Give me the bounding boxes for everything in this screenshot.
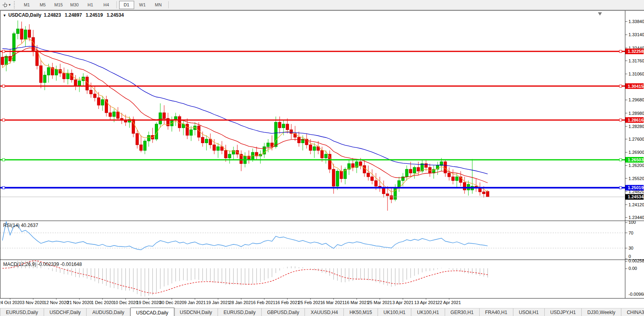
cursor-tool-button[interactable]: ▾ — [1, 1, 12, 9]
svg-text:100: 100 — [629, 220, 636, 225]
svg-text:6 Feb 2021: 6 Feb 2021 — [253, 300, 276, 305]
svg-text:1.26900: 1.26900 — [629, 150, 644, 155]
main-chart-surface[interactable] — [0, 10, 625, 221]
svg-text:16 Mar 2021: 16 Mar 2021 — [345, 300, 369, 305]
svg-text:1.28616: 1.28616 — [628, 118, 644, 122]
symbol-tab-usoil-h1[interactable]: USOil,H1 — [513, 308, 545, 316]
svg-text:25 Feb 2021: 25 Feb 2021 — [298, 300, 323, 305]
svg-text:30: 30 — [629, 246, 633, 250]
timeframe-button-d1[interactable]: D1 — [119, 1, 134, 9]
toolbar: ▾ M1M5M15M30H1H4D1W1MN — [0, 0, 644, 10]
symbol-tab-fra40-h1[interactable]: FRA40,H1 — [480, 308, 513, 316]
rsi-chart-surface[interactable] — [0, 221, 625, 260]
svg-text:70: 70 — [629, 231, 633, 235]
svg-text:21 Nov 2020: 21 Nov 2020 — [67, 300, 92, 305]
timeframe-button-group: M1M5M15M30H1H4D1W1MN — [19, 1, 171, 9]
rsi-indicator-label: RSI(14) 40.2637 — [3, 223, 38, 228]
svg-text:1.24534: 1.24534 — [628, 194, 644, 199]
price-level-label: 1.32258 — [625, 48, 644, 54]
symbol-tab-bar: EURUSD,DailyUSDCHF,DailyAUDUSD,DailyUSDC… — [0, 308, 644, 316]
chevron-down-icon[interactable]: ▾ — [9, 3, 11, 7]
svg-text:1.31060: 1.31060 — [629, 72, 644, 76]
timeframe-button-m15[interactable]: M15 — [51, 1, 66, 9]
ohlc-close: 1.24534 — [106, 12, 123, 18]
toolbar-separator — [116, 1, 117, 8]
timeframe-button-m30[interactable]: M30 — [67, 1, 82, 9]
symbol-tab-eurusd-daily[interactable]: EURUSD,Daily — [218, 308, 262, 316]
svg-text:1.29680: 1.29680 — [629, 97, 644, 102]
svg-text:16 Feb 2021: 16 Feb 2021 — [275, 300, 300, 305]
mt4-workspace: ▾ M1M5M15M30H1H4D1W1MN ▼USDCAD,Daily1.24… — [0, 0, 644, 316]
timeframe-button-h4[interactable]: H4 — [99, 1, 114, 9]
timeframe-button-mn[interactable]: MN — [151, 1, 166, 9]
symbol-tab-gbpusd-daily[interactable]: GBPUSD,Daily — [262, 308, 305, 316]
svg-text:1.25019: 1.25019 — [628, 185, 644, 190]
ohlc-open: 1.24823 — [44, 12, 61, 18]
macd-indicator-label: MACD(12,26,9) -0.002339 -0.001648 — [3, 262, 82, 267]
svg-text:6 Mar 2021: 6 Mar 2021 — [322, 300, 345, 305]
svg-text:3 Nov 2020: 3 Nov 2020 — [22, 300, 44, 305]
svg-text:1.28980: 1.28980 — [629, 111, 644, 116]
symbol-tab-uk100-h1[interactable]: UK100,H1 — [411, 308, 445, 316]
svg-text:1.31760: 1.31760 — [629, 58, 644, 63]
svg-text:25 Mar 2021: 25 Mar 2021 — [368, 300, 392, 305]
svg-text:1 Dec 2020: 1 Dec 2020 — [91, 300, 114, 305]
svg-text:1.28280: 1.28280 — [629, 124, 644, 129]
price-level-label: 1.28616 — [625, 117, 644, 123]
svg-text:30 Dec 2020: 30 Dec 2020 — [160, 300, 184, 305]
ohlc-low: 1.24519 — [86, 12, 103, 18]
date-axis[interactable]: 24 Oct 20203 Nov 202012 Nov 202021 Nov 2… — [0, 298, 461, 305]
svg-text:1.25520: 1.25520 — [629, 176, 644, 181]
toolbar-grip-handle[interactable] — [14, 1, 17, 8]
timeframe-button-h1[interactable]: H1 — [83, 1, 98, 9]
svg-text:12 Nov 2020: 12 Nov 2020 — [44, 300, 69, 305]
svg-text:0.00: 0.00 — [629, 266, 637, 271]
symbol-tab-usdjpy-h1[interactable]: USDJPY,H1 — [545, 308, 582, 316]
svg-text:1.27600: 1.27600 — [629, 137, 644, 142]
symbol-tab-uk100-h1[interactable]: UK100,H1 — [378, 308, 411, 316]
svg-text:1.23440: 1.23440 — [629, 215, 644, 220]
symbol-tab-eurusd-daily[interactable]: EURUSD,Daily — [0, 308, 44, 316]
svg-text:1.33840: 1.33840 — [629, 19, 644, 24]
timeframe-button-m5[interactable]: M5 — [35, 1, 50, 9]
svg-text:0.00258: 0.00258 — [629, 258, 644, 263]
svg-text:24 Oct 2020: 24 Oct 2020 — [0, 300, 22, 305]
svg-text:1.26503: 1.26503 — [628, 157, 644, 162]
svg-text:1.30415: 1.30415 — [628, 84, 644, 89]
crosshair-icon — [2, 2, 8, 8]
svg-text:19 Dec 2020: 19 Dec 2020 — [136, 300, 161, 305]
svg-text:9 Jan 2021: 9 Jan 2021 — [184, 300, 206, 305]
symbol-tab-usdchf-daily[interactable]: USDCHF,Daily — [44, 308, 87, 316]
symbol-tab-ger30-h1[interactable]: GER30,H1 — [445, 308, 480, 316]
chart-symbol-label: USDCAD,Daily — [8, 12, 41, 18]
price-level-label: 1.26503 — [625, 157, 644, 163]
svg-text:10 Dec 2020: 10 Dec 2020 — [113, 300, 138, 305]
symbol-tab-usdcad-daily[interactable]: USDCAD,Daily — [130, 308, 174, 316]
symbol-tab-china300-h1[interactable]: CHINA300,H1 — [621, 308, 644, 316]
svg-text:28 Jan 2021: 28 Jan 2021 — [229, 300, 253, 305]
symbol-tab-dj30-weekly[interactable]: DJ30,Weekly — [582, 308, 621, 316]
timeframe-button-m1[interactable]: M1 — [19, 1, 35, 9]
chart-menu-icon[interactable]: ▼ — [3, 14, 6, 17]
price-level-label: 1.30415 — [625, 83, 644, 89]
timeframe-button-w1[interactable]: W1 — [135, 1, 150, 9]
svg-text:1.32258: 1.32258 — [628, 49, 644, 54]
ohlc-high: 1.24897 — [65, 12, 82, 18]
symbol-tab-xauusd-h4[interactable]: XAUUSD,H4 — [305, 308, 344, 316]
svg-text:19 Jan 2021: 19 Jan 2021 — [206, 300, 230, 305]
symbol-tab-audusd-daily[interactable]: AUDUSD,Daily — [87, 308, 130, 316]
macd-chart-surface[interactable] — [0, 260, 625, 298]
symbol-tab-usdcnh-daily[interactable]: USDCNH,Daily — [174, 308, 218, 316]
svg-text:-0.009687: -0.009687 — [629, 292, 644, 297]
symbol-tabs: EURUSD,DailyUSDCHF,DailyAUDUSD,DailyUSDC… — [0, 308, 644, 316]
svg-text:1.26200: 1.26200 — [629, 163, 644, 168]
toolbar-separator — [168, 1, 169, 8]
symbol-tab-hk50-m15[interactable]: HK50,M15 — [344, 308, 378, 316]
svg-text:13 Apr 2021: 13 Apr 2021 — [414, 300, 438, 305]
svg-text:1.24120: 1.24120 — [629, 202, 644, 207]
svg-text:22 Apr 2021: 22 Apr 2021 — [438, 300, 461, 305]
price-level-label: 1.25019 — [625, 185, 644, 190]
chart-canvas[interactable]: 1.338401.331401.324401.317601.310601.296… — [0, 0, 644, 316]
price-level-label: 1.24534 — [625, 194, 644, 200]
svg-text:1.33140: 1.33140 — [629, 32, 644, 37]
